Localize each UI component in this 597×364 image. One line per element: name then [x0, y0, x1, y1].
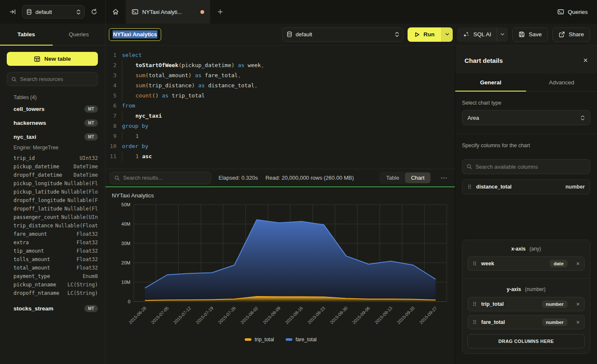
code-token: [195, 82, 198, 89]
save-icon: [519, 31, 525, 38]
sql-ai-button[interactable]: SQL AI: [457, 27, 497, 42]
column-row: trip_idUInt32: [14, 154, 98, 162]
topbar-right: Queries: [557, 0, 597, 24]
terminal-icon: [557, 8, 564, 15]
remove-column-button[interactable]: ×: [576, 319, 580, 325]
queries-button[interactable]: Queries: [557, 8, 588, 15]
results-more-button[interactable]: ⋯: [439, 174, 449, 182]
view-toggle: Table Chart: [379, 172, 431, 184]
available-column-item[interactable]: ⠿distance_totalnumber: [462, 179, 590, 194]
chevron-updown-icon: [395, 32, 399, 37]
database-icon: [286, 31, 292, 38]
line-number: 11: [105, 151, 116, 162]
column-search[interactable]: [462, 159, 590, 174]
code-token: [159, 92, 162, 99]
tab-advanced[interactable]: Advanced: [526, 73, 597, 91]
query-tab-active[interactable]: NYTaxi Analyti...: [126, 0, 210, 24]
y-axis-tick: 0: [128, 299, 130, 304]
sidebar-collapse-button[interactable]: [8, 7, 18, 17]
plus-icon: [217, 9, 223, 15]
refresh-icon: [91, 8, 97, 15]
drag-columns-drop-zone[interactable]: DRAG COLUMNS HERE: [467, 334, 585, 348]
table-row[interactable]: stocks_streamMT: [14, 302, 98, 315]
home-tab-button[interactable]: [105, 0, 126, 24]
resource-search-input[interactable]: [20, 76, 93, 82]
resource-search[interactable]: [7, 72, 98, 86]
drag-handle-icon[interactable]: ⠿: [473, 319, 477, 326]
run-button-label: Run: [424, 31, 435, 38]
column-row: dropoff_datetimeDateTime: [14, 171, 98, 179]
column-type: Nullable(UIn: [61, 214, 98, 220]
editor-line: 1select: [105, 50, 455, 60]
remove-column-button[interactable]: ×: [576, 261, 580, 267]
column-name: pickup_datetime: [14, 164, 59, 170]
column-search-input[interactable]: [475, 164, 586, 170]
column-type: Nullable(Fl: [65, 206, 98, 212]
code-token: select: [122, 52, 142, 58]
series-area-fare_total: [145, 220, 436, 302]
close-panel-button[interactable]: ×: [583, 57, 588, 64]
x-axis-items: ⠿weekdate×: [467, 256, 585, 271]
app-window: default NYTaxi Analyti... Queri: [0, 0, 597, 364]
refresh-button[interactable]: [89, 7, 99, 17]
sql-ai-button-group: SQL AI: [457, 27, 508, 42]
query-title-input[interactable]: NYTaxi Analytics: [109, 28, 161, 41]
table-name: stocks_stream: [14, 305, 54, 312]
run-button[interactable]: Run: [408, 27, 441, 42]
table-row[interactable]: hackernewsMT: [14, 116, 98, 130]
legend-item-fare_total[interactable]: fare_total: [286, 337, 316, 342]
y-axis-item[interactable]: ⠿fare_totalnumber×: [467, 315, 585, 329]
sparkles-icon: [462, 31, 470, 38]
chart-type-select[interactable]: Area: [462, 110, 590, 125]
line-code: toStartOfWeek(pickup_datetime) as week,: [116, 60, 264, 70]
results-search-input[interactable]: [123, 175, 206, 181]
line-code: sum(total_amount) as fare_total,: [116, 70, 241, 81]
unsaved-changes-dot: [200, 10, 204, 14]
view-toggle-table[interactable]: Table: [380, 173, 405, 183]
y-axis-item[interactable]: ⠿trip_totalnumber×: [467, 297, 585, 311]
results-search[interactable]: [110, 172, 211, 184]
remove-column-button[interactable]: ×: [576, 301, 580, 307]
share-button[interactable]: Share: [552, 27, 590, 42]
area-chart[interactable]: 010M20M30M40M50M2015-06-282015-07-052015…: [112, 200, 449, 341]
x-axis-item[interactable]: ⠿weekdate×: [467, 256, 585, 271]
elapsed-time: Elapsed: 0.320s: [219, 175, 258, 181]
legend-item-trip_total[interactable]: trip_total: [245, 337, 274, 342]
new-tab-button[interactable]: [210, 0, 230, 24]
table-row[interactable]: nyc_taxiMT: [14, 130, 98, 144]
y-axis-tick: 50M: [122, 202, 130, 207]
available-column-type: number: [565, 184, 585, 190]
x-axis-tick: 2015-07-19: [194, 305, 214, 325]
save-button[interactable]: Save: [512, 27, 548, 42]
drag-handle-icon[interactable]: ⠿: [473, 301, 477, 307]
drag-handle-icon[interactable]: ⠿: [473, 261, 477, 267]
run-options-button[interactable]: [441, 27, 453, 42]
view-toggle-chart[interactable]: Chart: [405, 173, 430, 183]
code-token: 1: [135, 153, 139, 159]
share-icon: [559, 31, 565, 38]
sidebar-tab-tables[interactable]: Tables: [0, 24, 53, 45]
table-row[interactable]: cell_towersMT: [14, 102, 98, 116]
x-axis-tick: 2015-08-30: [329, 305, 348, 325]
toolbar-database-selector[interactable]: default: [282, 27, 403, 42]
topbar-left: default: [0, 0, 105, 24]
indent-guide: [122, 60, 135, 70]
code-token: sum: [135, 82, 145, 89]
column-name: pickup_latitude: [14, 189, 59, 195]
sidebar-tab-queries[interactable]: Queries: [53, 24, 105, 45]
column-row: trip_distanceNullable(Float: [14, 221, 98, 230]
editor-line: 111 asc: [105, 151, 455, 162]
sql-editor[interactable]: 1select2toStartOfWeek(pickup_datetime) a…: [105, 46, 455, 169]
topbar-database-selector[interactable]: default: [22, 5, 85, 19]
code-token: as: [198, 82, 205, 89]
table-name: nyc_taxi: [14, 134, 36, 140]
results-toolbar: Elapsed: 0.320s Read: 20,000,000 rows (2…: [105, 169, 455, 186]
new-table-button[interactable]: New table: [7, 52, 98, 66]
sql-ai-options-button[interactable]: [497, 27, 508, 42]
tab-general[interactable]: General: [455, 73, 526, 91]
code-token: [192, 72, 195, 78]
drag-handle-icon[interactable]: ⠿: [467, 184, 472, 190]
y-axis-label: y-axis: [507, 286, 521, 292]
legend-label: fare_total: [295, 337, 316, 342]
column-type: Float32: [76, 248, 98, 254]
